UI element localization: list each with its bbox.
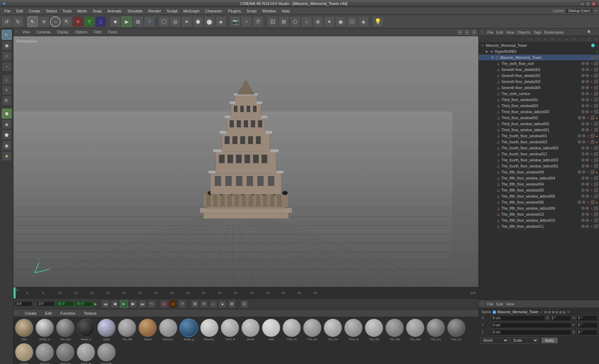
x-rot-field[interactable] (550, 315, 571, 321)
mode-point[interactable]: • (2, 62, 12, 72)
list-item[interactable]: △ The_fifth_floor_window011 ✕ (479, 224, 599, 230)
menu-character[interactable]: Character (202, 8, 225, 14)
maximize-button[interactable]: □ (586, 1, 590, 6)
menu-simulate[interactable]: Simulate (125, 8, 145, 14)
menu-animate[interactable]: Animate (105, 8, 125, 14)
list-item[interactable]: △ The_fourth_floor_window_lattice001 ✕ (479, 163, 599, 169)
tool-light[interactable]: ☀ (2, 151, 12, 161)
minimize-button[interactable]: — (580, 1, 585, 6)
menu-mograph[interactable]: MoGraph (180, 8, 202, 14)
mat-wood[interactable]: Wood (138, 319, 157, 341)
obj-menu-objects[interactable]: Objects (517, 30, 530, 34)
obj-menu-bookmarks[interactable]: Bookmarks (544, 30, 564, 34)
help-button[interactable]: ? (178, 300, 186, 308)
scale-tool[interactable]: ⇱ (61, 16, 72, 27)
mat-menu-edit[interactable]: Edit (42, 310, 55, 316)
mat-menu-texture[interactable]: Texture (81, 310, 99, 316)
masonic-dot2[interactable] (595, 56, 598, 59)
y-axis[interactable]: Y (84, 16, 95, 27)
array-tool[interactable]: ○ (301, 16, 312, 27)
keyframe-btn2[interactable]: ↻ (200, 300, 208, 308)
mat-third-fli2[interactable]: Third_fli (282, 319, 301, 341)
obj-menu-edit[interactable]: Edit (496, 30, 503, 34)
mat-metal-g[interactable]: Metal_g (180, 319, 198, 341)
timeline-ruler[interactable]: 0 0 5 10 15 20 25 30 35 40 45 50 55 60 6… (16, 287, 478, 298)
obj-tool-1[interactable]: ⬡ (159, 16, 169, 27)
deform-tool[interactable]: ⬡ (290, 16, 301, 27)
menu-select[interactable]: Select (43, 8, 60, 14)
obj-tool-6[interactable]: ◈ (215, 16, 226, 27)
render-settings[interactable]: ■ (110, 16, 121, 27)
list-item[interactable]: △ Seventh floor_details004 ✕ (479, 85, 599, 91)
list-item[interactable]: △ Third_floor_window_lattice003 ✕ (479, 109, 599, 115)
root-check[interactable]: ✓ (595, 44, 598, 48)
tool-param[interactable]: ◈ (2, 119, 12, 129)
loft-tool[interactable]: ◉ (335, 16, 346, 27)
3d-viewport[interactable]: Perspective (13, 36, 478, 287)
instance-tool[interactable]: ✦ (324, 16, 335, 27)
root-visibility-dot[interactable] (591, 44, 595, 47)
mat-metal-w[interactable]: Metal_w (35, 319, 54, 341)
mat-menu-function[interactable]: Function (57, 310, 78, 316)
x-axis[interactable]: ✕ (73, 16, 83, 27)
apply-button[interactable]: Apply (541, 337, 558, 343)
list-item[interactable]: △ Seventh floor_details001 ✕ (479, 67, 599, 73)
obj-tool-4[interactable]: ⬟ (193, 16, 203, 27)
vp-tab-options[interactable]: Options (72, 29, 90, 35)
menu-mesh[interactable]: Mesh (75, 8, 90, 14)
y-pos-field[interactable] (491, 322, 571, 328)
select-tool[interactable]: ↖ (27, 16, 38, 27)
list-item[interactable]: △ The_fifth_floor_window_lattice004 ✕ (479, 175, 599, 181)
mat-third-fli4[interactable]: Third_fli (77, 343, 95, 364)
obj-hypernurbs[interactable]: ▶ ◈ HyperNURBS ✓ (479, 49, 599, 55)
fps-field[interactable]: 90 F (75, 301, 93, 307)
frame-display-field[interactable]: 0 F (37, 301, 55, 307)
tool-rotate[interactable]: ↻ (2, 85, 12, 95)
list-item[interactable]: △ Seventh floor_details002 ✕ (479, 73, 599, 79)
mat-third-fli1[interactable]: Third_fli (221, 319, 239, 341)
list-item[interactable]: △ The_fifth_floor_window010 ✕ (479, 211, 599, 217)
timeline[interactable]: 0 0 5 10 15 20 25 30 35 40 45 50 55 60 6… (13, 287, 478, 298)
vp-tab-view[interactable]: View (20, 29, 33, 35)
menu-edit[interactable]: Edit (13, 8, 26, 14)
mat-seventh[interactable]: Seventh (97, 343, 116, 364)
sr-x[interactable]: ✕ (590, 62, 593, 66)
mat-fifth2[interactable]: The_fiftl (365, 319, 383, 341)
extrude-tool[interactable]: ◈ (358, 16, 369, 27)
frame-current-field[interactable]: 0 F (15, 301, 33, 307)
keyframe-btn3[interactable]: ○ (209, 300, 217, 308)
prev-frame-button[interactable]: ◀ (111, 300, 119, 308)
close-button[interactable]: ✕ (591, 1, 596, 6)
mat-fifth3[interactable]: The_fiftl (385, 319, 404, 341)
obj-menu-view[interactable]: View (506, 30, 515, 34)
attr-menu-view[interactable]: View (506, 302, 515, 306)
layout-value[interactable]: Startup (User) (566, 8, 593, 13)
x-size-field[interactable] (576, 315, 598, 321)
keyframe-btn1[interactable]: ⊞ (191, 300, 199, 308)
tool-snaps[interactable]: ⬟ (2, 130, 12, 140)
sweep-tool[interactable]: ⬡ (347, 16, 357, 27)
vp-tab-display[interactable]: Display (54, 29, 72, 35)
render-to-pic[interactable]: ⊞ (133, 16, 143, 27)
obj-menu-tags[interactable]: Tags (533, 30, 542, 34)
mat-fourth1[interactable]: The_fou (303, 319, 322, 341)
list-item[interactable]: △ Third_floor_window_lattice001 ✕ (479, 127, 599, 133)
menu-sculpt[interactable]: Sculpt (164, 8, 181, 14)
title-controls[interactable]: — □ ✕ (580, 1, 596, 6)
z-pos-field[interactable] (491, 330, 571, 335)
move-tool[interactable]: ✛ (39, 16, 49, 27)
render-viewport[interactable]: ▶ (121, 16, 132, 27)
list-item[interactable]: △ The_fifth_floor_window006 ✕ ▲ (479, 199, 599, 205)
menu-script[interactable]: Script (244, 8, 259, 14)
vp-ctrl-1[interactable]: + (457, 29, 463, 35)
list-item[interactable]: △ Third_floor_window003 ✕ (479, 103, 599, 109)
x-pos-field[interactable] (491, 315, 545, 321)
mat-fourth2[interactable]: The_fou (324, 319, 342, 341)
boole-tool[interactable]: ⊗ (313, 16, 323, 27)
list-item[interactable]: △ Third_floor_window002 ✕ ▲ (479, 115, 599, 121)
mat-sixth[interactable]: The_sixt (56, 319, 75, 341)
obj-tool-5[interactable]: ⬤ (204, 16, 215, 27)
masonic-dot1[interactable] (590, 56, 594, 59)
mat-second2[interactable]: Second_ (200, 319, 219, 341)
sr-d1[interactable] (581, 62, 585, 65)
